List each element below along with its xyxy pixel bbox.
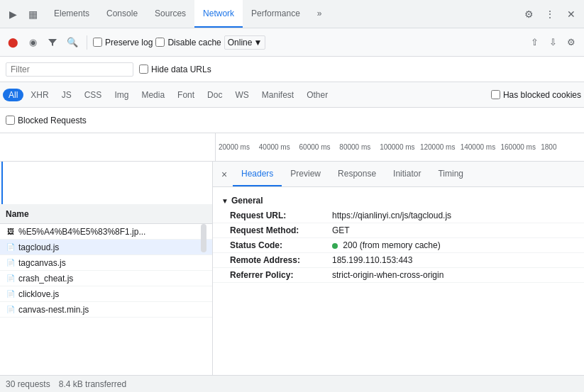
disable-cache-checkbox[interactable] — [155, 38, 165, 47]
file-item-4[interactable]: 📄 clicklove.js — [0, 286, 212, 302]
type-btn-manifest[interactable]: Manifest — [256, 89, 299, 101]
detail-key-remote: Remote Address: — [230, 255, 329, 265]
detail-tabs: × Headers Preview Response Initiator Tim… — [213, 162, 584, 187]
detail-key-method: Request Method: — [230, 225, 329, 235]
online-select[interactable]: Online ▼ — [224, 35, 266, 50]
detail-row-remote: Remote Address: 185.199.110.153:443 — [213, 253, 584, 268]
detail-row-url: Request URL: https://qianlinyi.cn/js/tag… — [213, 208, 584, 223]
download-button[interactable]: ⇩ — [544, 34, 561, 51]
ruler-left-spacer — [3, 133, 216, 161]
triangle-icon: ▼ — [221, 197, 228, 205]
tab-sources[interactable]: Sources — [146, 0, 194, 28]
detail-row-method: Request Method: GET — [213, 223, 584, 238]
detail-close-button[interactable]: × — [216, 166, 233, 183]
detail-key-status: Status Code: — [230, 240, 329, 250]
search-icon-btn[interactable]: 🔍 — [64, 34, 81, 51]
tab-network[interactable]: Network — [194, 0, 243, 28]
file-icon-2: 📄 — [6, 258, 16, 268]
ruler-mark-7: 140000 ms — [461, 143, 501, 151]
filter-input[interactable] — [11, 65, 128, 74]
ruler-mark-3: 60000 ms — [299, 143, 340, 151]
ruler-mark-4: 80000 ms — [339, 143, 380, 151]
blocked-requests-checkbox[interactable] — [6, 116, 15, 125]
detail-tab-headers[interactable]: Headers — [233, 162, 282, 186]
detail-val-referrer: strict-origin-when-cross-origin — [332, 270, 443, 280]
file-icon-5: 📄 — [6, 305, 16, 315]
network-settings-button[interactable]: ⚙ — [563, 34, 580, 51]
tab-more[interactable]: » — [309, 0, 331, 28]
file-icon-1: 📄 — [6, 242, 16, 252]
type-btn-img[interactable]: Img — [109, 89, 134, 101]
detail-content: ▼ General Request URL: https://qianlinyi… — [213, 187, 584, 392]
ruler-mark-1: 20000 ms — [219, 143, 259, 151]
scrollbar-indicator[interactable] — [201, 224, 206, 252]
type-btn-other[interactable]: Other — [301, 89, 334, 101]
file-icon-4: 📄 — [6, 289, 16, 299]
type-btn-font[interactable]: Font — [172, 89, 200, 101]
detail-tab-response[interactable]: Response — [329, 162, 385, 186]
type-btn-xhr[interactable]: XHR — [25, 89, 54, 101]
timeline-ruler: 20000 ms 40000 ms 60000 ms 80000 ms 1000… — [0, 133, 584, 162]
file-item-0[interactable]: 🖼 %E5%A4%B4%E5%83%8F1.jp... — [0, 224, 212, 240]
ruler-mark-6: 120000 ms — [420, 143, 461, 151]
type-btn-doc[interactable]: Doc — [202, 89, 228, 101]
tab-bar: ▶ ▦ Elements Console Sources Network Per… — [0, 0, 584, 28]
detail-tab-timing[interactable]: Timing — [429, 162, 472, 186]
upload-button[interactable]: ⇧ — [526, 34, 543, 51]
has-blocked-cookies-label[interactable]: Has blocked cookies — [491, 90, 581, 100]
type-btn-css[interactable]: CSS — [79, 89, 108, 101]
close-icon[interactable]: ✕ — [561, 4, 581, 24]
transferred-size: 8.4 kB transferred — [59, 379, 126, 389]
filter-row: Hide data URLs — [0, 57, 584, 82]
file-name-0: %E5%A4%B4%E5%83%8F1.jp... — [18, 227, 198, 237]
record-button[interactable]: ⬤ — [4, 34, 21, 51]
filter-input-wrap[interactable] — [6, 62, 133, 77]
upload-download-area: ⇧ ⇩ ⚙ — [526, 34, 580, 51]
file-list-header: Name — [0, 204, 212, 224]
type-btn-media[interactable]: Media — [136, 89, 170, 101]
more-options-icon[interactable]: ⋮ — [540, 4, 560, 24]
settings-icon[interactable]: ⚙ — [519, 4, 539, 24]
devtools-controls: ▶ ▦ — [3, 4, 43, 24]
ruler-mark-8: 160000 ms — [500, 143, 541, 151]
hide-data-urls-checkbox[interactable] — [139, 65, 148, 74]
has-blocked-cookies-checkbox[interactable] — [491, 90, 500, 99]
disable-cache-label[interactable]: Disable cache — [155, 38, 221, 47]
file-name-5: canvas-nest.min.js — [18, 305, 206, 315]
type-filter-row: All XHR JS CSS Img Media Font Doc WS Man… — [0, 82, 584, 108]
blocked-requests-label[interactable]: Blocked Requests — [6, 116, 87, 125]
tab-performance[interactable]: Performance — [243, 0, 309, 28]
file-item-5[interactable]: 📄 canvas-nest.min.js — [0, 302, 212, 318]
general-section-header[interactable]: ▼ General — [213, 193, 584, 208]
network-toolbar: ⬤ ◉ 🔍 Preserve log Disable cache Online … — [0, 28, 584, 57]
file-name-2: tagcanvas.js — [18, 258, 206, 268]
hide-data-urls-label[interactable]: Hide data URLs — [139, 65, 211, 74]
chevron-down-icon: ▼ — [253, 38, 262, 47]
type-btn-js[interactable]: JS — [56, 89, 77, 101]
detail-row-status: Status Code: 200 (from memory cache) — [213, 238, 584, 253]
detail-tab-initiator[interactable]: Initiator — [385, 162, 429, 186]
type-btn-ws[interactable]: WS — [229, 89, 254, 101]
filter-icon-btn[interactable] — [44, 34, 61, 51]
tab-console[interactable]: Console — [98, 0, 146, 28]
blocked-requests-row: Blocked Requests — [0, 108, 584, 133]
status-bar: 30 requests 8.4 kB transferred — [0, 375, 584, 392]
inspect-icon[interactable]: ▶ — [3, 4, 23, 24]
file-item-2[interactable]: 📄 tagcanvas.js — [0, 255, 212, 271]
ruler-mark-5: 100000 ms — [380, 143, 420, 151]
file-icon-3: 📄 — [6, 274, 16, 284]
status-green-dot — [332, 243, 338, 249]
preserve-log-label[interactable]: Preserve log — [93, 38, 153, 47]
file-icon-0: 🖼 — [6, 227, 16, 237]
type-btn-all[interactable]: All — [3, 89, 23, 101]
tab-elements[interactable]: Elements — [45, 0, 98, 28]
device-toggle-icon[interactable]: ▦ — [23, 4, 43, 24]
detail-panel: × Headers Preview Response Initiator Tim… — [213, 162, 584, 392]
preserve-log-checkbox[interactable] — [93, 38, 102, 47]
tab-bar-right: ⚙ ⋮ ✕ — [519, 4, 581, 24]
detail-tab-preview[interactable]: Preview — [282, 162, 329, 186]
file-item-3[interactable]: 📄 crash_cheat.js — [0, 271, 212, 286]
file-list[interactable]: 🖼 %E5%A4%B4%E5%83%8F1.jp... 📄 tagcloud.j… — [0, 224, 212, 392]
clear-button[interactable]: ◉ — [24, 34, 41, 51]
file-item-1[interactable]: 📄 tagcloud.js — [0, 240, 212, 255]
